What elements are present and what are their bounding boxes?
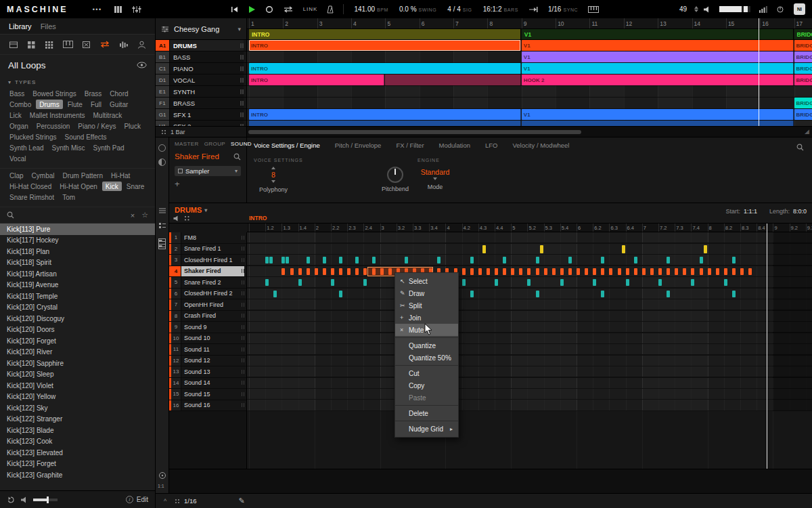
note[interactable] xyxy=(658,268,662,275)
clip-v1[interactable]: V1 xyxy=(522,109,794,120)
eye-icon[interactable] xyxy=(137,62,147,68)
note[interactable] xyxy=(658,279,662,286)
sound-row-snare-fired-1[interactable]: 2Snare Fired 1 xyxy=(169,244,246,255)
note[interactable] xyxy=(704,245,707,253)
increment-icon[interactable] xyxy=(271,167,275,169)
automation-icon[interactable] xyxy=(158,471,166,480)
note[interactable] xyxy=(437,257,441,263)
clip-v1[interactable]: V1 xyxy=(522,51,794,62)
note[interactable] xyxy=(388,268,392,275)
note[interactable] xyxy=(307,257,310,263)
clip-intro[interactable]: INTRO xyxy=(249,109,521,120)
note[interactable] xyxy=(339,268,342,275)
clip-intro[interactable]: INTRO xyxy=(249,63,521,74)
mode-param[interactable]: Standard Mode xyxy=(414,168,456,190)
list-item[interactable]: Kick[122] Sky xyxy=(0,402,155,414)
tab-master[interactable]: MASTER xyxy=(175,141,199,147)
note[interactable] xyxy=(519,268,522,275)
note[interactable] xyxy=(315,268,318,275)
sound-row-sound-15[interactable]: 15Sound 15 xyxy=(169,389,246,400)
list-item[interactable]: Kick[120] Sleep xyxy=(0,369,155,381)
link-button[interactable]: LINK xyxy=(303,6,318,12)
note[interactable] xyxy=(527,279,531,286)
note[interactable] xyxy=(511,268,514,275)
note[interactable] xyxy=(593,279,596,286)
note[interactable] xyxy=(487,268,490,275)
pitchbend-knob[interactable] xyxy=(387,167,403,183)
project-name[interactable]: Cheesy Gang xyxy=(174,25,219,33)
group-row-brass[interactable]: F1BRASS xyxy=(156,98,246,109)
type-tag-plucked-strings[interactable]: Plucked Strings xyxy=(6,132,60,142)
sound-row-crash-fired[interactable]: 8Crash Fired xyxy=(169,311,246,322)
note[interactable] xyxy=(593,268,596,275)
clip-bridge[interactable]: BRIDGE xyxy=(794,51,812,62)
section-v1[interactable]: V1 xyxy=(522,29,794,39)
note[interactable] xyxy=(355,257,359,263)
menu-item-cut[interactable]: Cut xyxy=(395,367,458,379)
sound-row-shaker-fired[interactable]: 4Shaker Fired xyxy=(169,266,246,278)
note[interactable] xyxy=(675,268,678,275)
note[interactable] xyxy=(544,268,547,275)
chevron-up-icon[interactable]: ^ xyxy=(160,498,171,505)
sound-name[interactable]: Shaker Fired xyxy=(175,152,219,161)
section-intro[interactable]: INTRO xyxy=(249,29,521,39)
note[interactable] xyxy=(265,279,269,286)
type-tag-synth-pad[interactable]: Synth Pad xyxy=(90,143,128,152)
note[interactable] xyxy=(585,268,588,275)
note[interactable] xyxy=(601,257,604,263)
type-tag-chord[interactable]: Chord xyxy=(106,89,131,98)
subtype-tag-clap[interactable]: Clap xyxy=(6,171,27,180)
type-tag-sound-effects[interactable]: Sound Effects xyxy=(61,132,110,142)
list-item[interactable]: Kick[120] Doors xyxy=(0,324,155,336)
info-icon[interactable]: i xyxy=(126,496,133,503)
sound-row-snare-fired-2[interactable]: 5Snare Fired 2 xyxy=(169,277,246,289)
pattern-list-icon[interactable] xyxy=(158,207,166,214)
pattern-group-selector[interactable]: DRUMS ▾ xyxy=(175,206,207,214)
mixer-toggle-icon[interactable] xyxy=(132,5,141,14)
pencil-icon[interactable]: ✎ xyxy=(239,496,245,505)
sound-row-fm8[interactable]: 1FM8 xyxy=(169,232,246,244)
note[interactable] xyxy=(724,279,727,286)
type-tag-full[interactable]: Full xyxy=(87,100,105,109)
subtype-tag-hi-hat[interactable]: Hi-Hat xyxy=(108,171,133,180)
note[interactable] xyxy=(405,257,408,263)
note[interactable] xyxy=(265,257,269,263)
sounds-icon[interactable] xyxy=(45,41,54,49)
note[interactable] xyxy=(700,257,703,263)
tab-group[interactable]: GROUP xyxy=(204,141,225,147)
step-grid[interactable] xyxy=(247,232,812,411)
loops-icon[interactable] xyxy=(99,41,110,48)
length-value[interactable]: 8:0:0 xyxy=(793,208,807,215)
note[interactable] xyxy=(601,268,604,275)
pattern-name[interactable]: INTRO xyxy=(249,215,267,221)
browser-toggle-icon[interactable] xyxy=(114,5,122,14)
swing-field[interactable]: 0.0 %SWING xyxy=(399,5,436,13)
note[interactable] xyxy=(269,257,273,263)
type-tag-mallet-instruments[interactable]: Mallet Instruments xyxy=(26,110,89,120)
plugin-search-icon[interactable] xyxy=(233,153,241,161)
sound-row-sound-12[interactable]: 12Sound 12 xyxy=(169,356,246,367)
list-item[interactable]: Kick[123] Elevated xyxy=(0,447,155,459)
menu-item-nudge-grid[interactable]: Nudge Grid▸ xyxy=(395,423,458,435)
type-tag-vocal[interactable]: Vocal xyxy=(6,154,29,163)
type-tag-synth-lead[interactable]: Synth Lead xyxy=(6,143,47,152)
note[interactable] xyxy=(724,268,727,275)
note[interactable] xyxy=(372,257,376,263)
type-tag-percussion[interactable]: Percussion xyxy=(33,121,73,131)
pattern-ruler[interactable]: 1.21.31.422.22.32.433.23.33.444.24.34.45… xyxy=(247,224,812,232)
param-search-icon[interactable] xyxy=(796,144,804,151)
tempo-field[interactable]: 141.00BPM xyxy=(354,5,388,13)
cpu-field[interactable]: 49 xyxy=(679,5,687,13)
edit-button[interactable]: Edit xyxy=(137,496,148,503)
note[interactable] xyxy=(667,257,670,263)
note[interactable] xyxy=(622,245,625,253)
autoload-icon[interactable] xyxy=(7,496,15,504)
groups-icon[interactable] xyxy=(27,41,36,49)
note[interactable] xyxy=(536,291,539,297)
note[interactable] xyxy=(462,279,466,286)
subtype-tag-kick[interactable]: Kick xyxy=(102,182,122,191)
menu-item-quantize-50[interactable]: Quantize 50% xyxy=(395,352,458,364)
list-item[interactable]: Kick[123] Cook xyxy=(0,436,155,448)
note[interactable] xyxy=(540,245,543,253)
view-menu-icon[interactable]: ••• xyxy=(93,6,102,13)
